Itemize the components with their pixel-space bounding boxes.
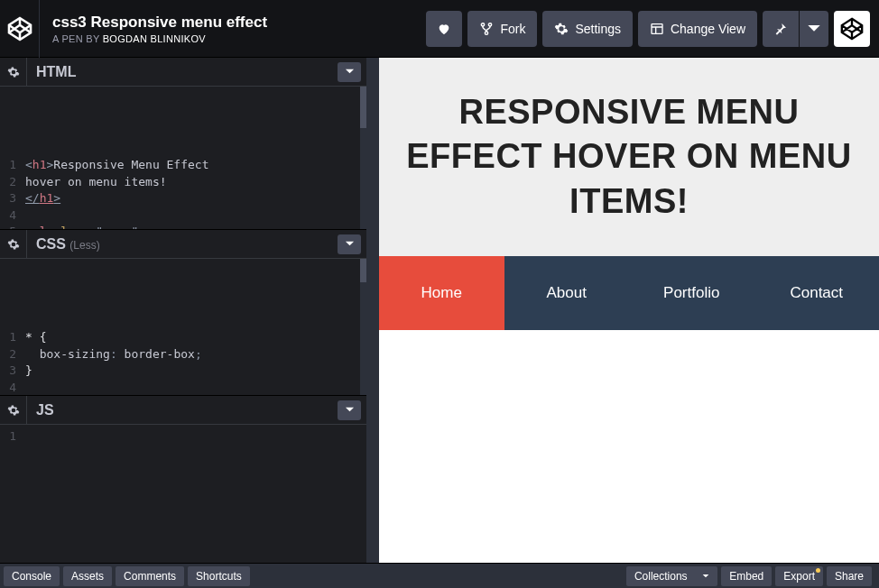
preview-heading: RESPONSIVE MENU EFFECT HOVER ON MENU ITE… [379, 58, 879, 256]
js-code-area[interactable]: 1 [0, 425, 366, 563]
share-button[interactable]: Share [827, 566, 872, 586]
pen-subtitle: A PEN BY Bogdan Blinnikov [52, 33, 413, 44]
export-dot [816, 568, 820, 573]
top-header: css3 Responsive menu effect A PEN BY Bog… [0, 0, 879, 58]
js-editor: JS 1 [0, 395, 366, 563]
css-editor-title: CSS (Less) [27, 236, 338, 253]
bottom-footer: Console Assets Comments Shortcuts Collec… [0, 563, 879, 588]
css-editor: CSS (Less) 1* {2 box-sizing: border-box;… [0, 229, 366, 395]
html-scrollbar[interactable] [360, 87, 366, 128]
pin-chevron-button[interactable] [800, 11, 828, 47]
html-editor: HTML 1<h1>Responsive Menu Effect 2hover … [0, 58, 366, 229]
preview-menu-item-home[interactable]: Home [379, 256, 504, 330]
js-editor-title: JS [27, 402, 338, 418]
heart-button[interactable] [426, 11, 462, 47]
html-editor-title: HTML [27, 64, 338, 80]
pin-split-button [763, 11, 828, 47]
preview-menu-item-portfolio[interactable]: Portfolio [629, 256, 754, 330]
fork-icon [479, 22, 494, 36]
fork-button[interactable]: Fork [467, 11, 537, 47]
editors-pane: HTML 1<h1>Responsive Menu Effect 2hover … [0, 58, 366, 563]
css-collapse-button[interactable] [338, 234, 361, 254]
collections-button[interactable]: Collections [626, 566, 717, 586]
shortcuts-button[interactable]: Shortcuts [188, 566, 250, 586]
pen-title: css3 Responsive menu effect [52, 14, 413, 32]
svg-point-0 [482, 23, 485, 25]
css-scrollbar[interactable] [360, 259, 366, 282]
settings-button[interactable]: Settings [542, 11, 633, 47]
js-collapse-button[interactable] [338, 400, 361, 420]
assets-button[interactable]: Assets [63, 566, 112, 586]
svg-point-1 [489, 23, 492, 25]
codepen-logo[interactable] [0, 0, 40, 58]
change-view-label: Change View [671, 22, 745, 36]
codepen-logo-icon [7, 16, 32, 41]
export-button[interactable]: Export [775, 566, 823, 586]
gear-icon [554, 22, 569, 36]
preview-menu: HomeAboutPortfolioContact [379, 256, 879, 330]
pin-icon [773, 22, 788, 36]
main-area: HTML 1<h1>Responsive Menu Effect 2hover … [0, 58, 879, 563]
preview-menu-item-contact[interactable]: Contact [754, 256, 880, 330]
chevron-down-icon [807, 22, 821, 36]
vertical-resize-handle[interactable] [366, 58, 379, 563]
html-code-area[interactable]: 1<h1>Responsive Menu Effect 2hover on me… [0, 87, 366, 229]
heart-icon [437, 22, 451, 36]
pin-button[interactable] [763, 11, 799, 47]
svg-point-2 [486, 32, 488, 34]
chevron-down-icon [345, 67, 355, 77]
gear-icon [7, 404, 20, 417]
js-editor-header: JS [0, 396, 366, 425]
html-collapse-button[interactable] [338, 62, 361, 82]
html-settings-button[interactable] [0, 58, 27, 86]
chevron-down-icon [345, 405, 355, 415]
title-block: css3 Responsive menu effect A PEN BY Bog… [40, 14, 426, 44]
css-editor-header: CSS (Less) [0, 230, 366, 259]
top-toolbar: Fork Settings Change View [426, 11, 874, 47]
gear-icon [7, 238, 20, 251]
chevron-down-icon [702, 573, 709, 580]
change-view-button[interactable]: Change View [638, 11, 757, 47]
js-settings-button[interactable] [0, 396, 27, 424]
preview-menu-item-about[interactable]: About [504, 256, 630, 330]
fork-label: Fork [500, 22, 525, 36]
layout-icon [650, 22, 664, 36]
console-button[interactable]: Console [4, 566, 60, 586]
profile-button[interactable] [834, 11, 870, 47]
chevron-down-icon [345, 239, 355, 249]
svg-rect-3 [652, 23, 662, 33]
embed-button[interactable]: Embed [721, 566, 772, 586]
css-code-area[interactable]: 1* {2 box-sizing: border-box;3}45@import… [0, 259, 366, 395]
comments-button[interactable]: Comments [116, 566, 184, 586]
css-settings-button[interactable] [0, 230, 27, 258]
gear-icon [7, 66, 20, 78]
settings-label: Settings [575, 22, 621, 36]
html-editor-header: HTML [0, 58, 366, 87]
preview-pane: RESPONSIVE MENU EFFECT HOVER ON MENU ITE… [379, 58, 879, 563]
preview-body [379, 330, 879, 563]
codepen-avatar-icon [840, 17, 864, 41]
